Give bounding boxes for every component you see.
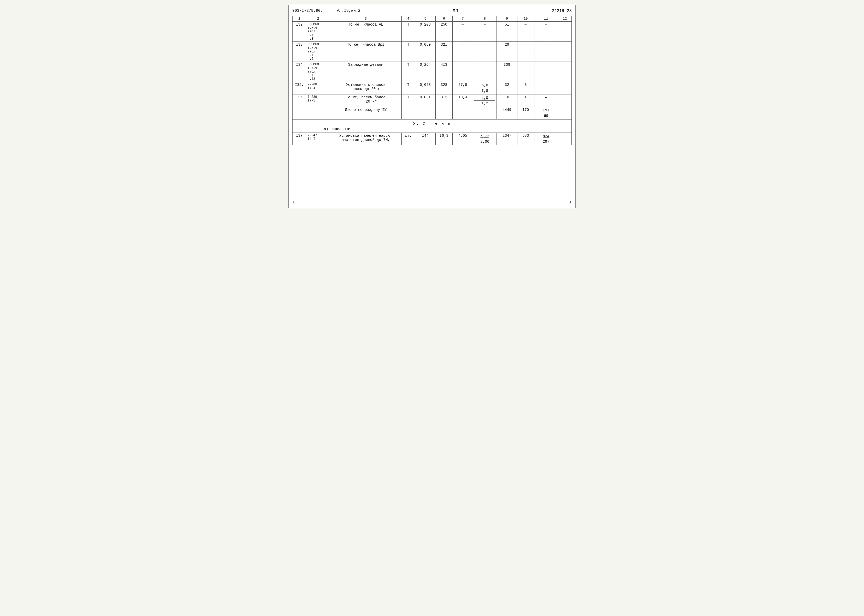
- desc-col: Установка панелей наруж–ных стен длиной …: [330, 133, 402, 145]
- val10-col: 583: [517, 133, 534, 145]
- top-left-ref: 903-I-278.90. Ал.I8,кн.2: [292, 9, 360, 13]
- table-row: I36 7–289I7–5 То же, весом более 20 кг Т…: [293, 94, 572, 107]
- section-u-label: У. С т е н ы: [293, 119, 572, 127]
- th-col7: 7: [452, 16, 473, 22]
- val11-col: —: [534, 42, 558, 62]
- desc-col: То же, класса ВрI: [330, 42, 402, 62]
- desc-col: Закладные детали: [330, 62, 402, 82]
- val10-col: 3: [517, 82, 534, 94]
- val8-col: 6,0 I,8: [473, 82, 497, 94]
- itogo-c1: [293, 107, 306, 119]
- th-col8: 8: [473, 16, 497, 22]
- ref-col: ССЦМСМтех.ч.табл.3.Iп.I3: [306, 62, 330, 82]
- top-bar: 903-I-278.90. Ал.I8,кн.2 — 5I — 24218-23: [292, 8, 572, 14]
- document-page: 903-I-278.90. Ал.I8,кн.2 — 5I — 24218-23…: [289, 5, 575, 208]
- unit-col: Т: [402, 62, 415, 82]
- itogo-c2: [306, 107, 330, 119]
- th-col5: 5: [415, 16, 435, 22]
- desc-col: Установка столиковвесом до 20кг: [330, 82, 402, 94]
- val8-col: 4,0 I,2: [473, 94, 497, 107]
- val7-col: 27,8: [452, 82, 473, 94]
- table-row: I37 7–247I4–I Установка панелей наруж–ны…: [293, 133, 572, 145]
- th-col10: 10: [517, 16, 534, 22]
- val8-col: 5,72 2,06: [473, 133, 497, 145]
- val12-col: [558, 42, 571, 62]
- row-id: I32: [293, 22, 306, 42]
- val8-col: —: [473, 62, 497, 82]
- page-number: — 5I —: [446, 9, 467, 14]
- desc-col: То же, класса АШ: [330, 22, 402, 42]
- val12-col: [558, 94, 571, 107]
- ref-col: ССЦМСМтех.ч.табл.3.Iп.6: [306, 42, 330, 62]
- ref-col: ССЦМСМтех.ч.табл.3.Iп.8: [306, 22, 330, 42]
- val12-col: [558, 62, 571, 82]
- val5-col: 0,264: [415, 62, 435, 82]
- itogo-c12: [558, 107, 571, 119]
- row-id: I35.: [293, 82, 306, 94]
- ref-col: 7–247I4–I: [306, 133, 330, 145]
- unit-col: Т: [402, 94, 415, 107]
- itogo-c11: I9I 69: [534, 107, 558, 119]
- itogo-c9: 4449: [497, 107, 517, 119]
- th-col9: 9: [497, 16, 517, 22]
- ref-col: 7–289I7–5: [306, 94, 330, 107]
- val9-col: 29: [497, 42, 517, 62]
- ref-col: 7–288I7–4: [306, 82, 330, 94]
- unit-col: Т: [402, 22, 415, 42]
- val12-col: [558, 82, 571, 94]
- val11-col: —: [534, 62, 558, 82]
- val6-col: I6,3: [435, 133, 452, 145]
- section-header-row: У. С т е н ы: [293, 119, 572, 127]
- val5-col: 0,03I: [415, 94, 435, 107]
- th-col3: 3: [330, 16, 402, 22]
- th-col11: 11: [534, 16, 558, 22]
- unit-col: Т: [402, 82, 415, 94]
- th-col2: 2: [306, 16, 330, 22]
- th-col12: 12: [558, 16, 571, 22]
- val6-col: 3I3: [435, 94, 452, 107]
- main-table: 1 2 3 4 5 6 7 8 9 10 11 12 I32 ССЦМСМтех…: [292, 16, 572, 145]
- doc-number: 24218-23: [552, 9, 572, 13]
- val6-col: 4I3: [435, 62, 452, 82]
- th-col4: 4: [402, 16, 415, 22]
- row-id: I37: [293, 133, 306, 145]
- val10-col: —: [517, 62, 534, 82]
- val9-col: 32: [497, 82, 517, 94]
- itogo-c4: [402, 107, 415, 119]
- row-id: I33: [293, 42, 306, 62]
- header-row: 1 2 3 4 5 6 7 8 9 10 11 12: [293, 16, 572, 22]
- row-id: I34: [293, 62, 306, 82]
- table-row: I32 ССЦМСМтех.ч.табл.3.Iп.8 То же, класс…: [293, 22, 572, 42]
- itogo-row: Итого по разделу IУ — — — — 4449 I70 I9I…: [293, 107, 572, 119]
- val11-col: —: [534, 94, 558, 107]
- val11-col: —: [534, 22, 558, 42]
- desc-col: То же, весом более 20 кг: [330, 94, 402, 107]
- table-row: I33 ССЦМСМтех.ч.табл.3.Iп.6 То же, класс…: [293, 42, 572, 62]
- table-row: I34 ССЦМСМтех.ч.табл.3.Iп.I3 Закладные д…: [293, 62, 572, 82]
- val8-col: —: [473, 22, 497, 42]
- val7-col: —: [452, 42, 473, 62]
- val6-col: 328: [435, 82, 452, 94]
- val11-col: I —: [534, 82, 558, 94]
- val7-col: —: [452, 22, 473, 42]
- table-row: I35. 7–288I7–4 Установка столиковвесом д…: [293, 82, 572, 94]
- section-a-label: а) панельные: [293, 127, 572, 133]
- unit-col: Т: [402, 42, 415, 62]
- val5-col: 0,203: [415, 22, 435, 42]
- val7-col: —: [452, 62, 473, 82]
- val5-col: 0,098: [415, 82, 435, 94]
- val6-col: 32I: [435, 42, 452, 62]
- val5-col: 0,089: [415, 42, 435, 62]
- itogo-c10: I70: [517, 107, 534, 119]
- row-id: I36: [293, 94, 306, 107]
- val8-col: —: [473, 42, 497, 62]
- bottom-right-corner: ┘: [569, 201, 572, 206]
- itogo-c8: —: [473, 107, 497, 119]
- itogo-c5: —: [415, 107, 435, 119]
- th-col6: 6: [435, 16, 452, 22]
- val10-col: I: [517, 94, 534, 107]
- doc-ref2: Ал.I8,кн.2: [337, 9, 360, 13]
- val6-col: 250: [435, 22, 452, 42]
- val7-col: I9,4: [452, 94, 473, 107]
- doc-ref: 903-I-278.90.: [292, 9, 323, 13]
